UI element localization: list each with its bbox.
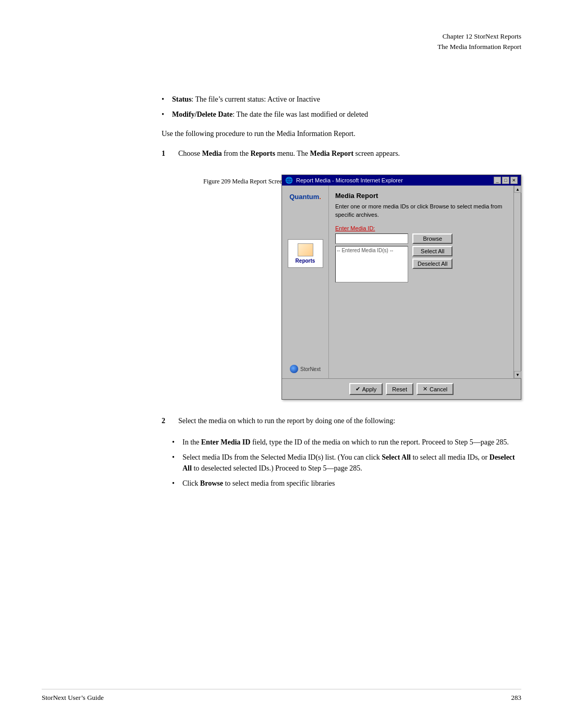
- cancel-button[interactable]: ✕ Cancel: [417, 383, 454, 395]
- close-button[interactable]: ✕: [510, 177, 518, 184]
- form-desc: Enter one or more media IDs or click Bro…: [335, 203, 507, 219]
- sub-bullet-2: Select media IDs from the Selected Media…: [172, 452, 521, 474]
- maximize-button[interactable]: □: [502, 177, 509, 184]
- media-id-label: Enter Media ID:: [335, 225, 507, 231]
- modify-delete-text: : The date the file was last modified or…: [232, 110, 368, 118]
- scroll-down[interactable]: ▼: [514, 371, 521, 378]
- status-label: Status: [172, 95, 191, 103]
- footer-right: 283: [511, 694, 522, 702]
- scroll-up[interactable]: ▲: [514, 186, 521, 193]
- apply-button[interactable]: ✔ Apply: [349, 383, 383, 395]
- browser-window: 🌐 Report Media - Microsoft Internet Expl…: [282, 175, 521, 400]
- quantum-logo: Quantum.: [287, 191, 323, 203]
- step1-text: Choose Media from the Reports menu. The …: [178, 148, 521, 159]
- media-list-placeholder: -- Entered Media ID(s) --: [337, 248, 393, 253]
- reset-button[interactable]: Reset: [386, 383, 413, 395]
- scrollbar[interactable]: ▲ ▼: [513, 186, 521, 378]
- browser-titlebar: 🌐 Report Media - Microsoft Internet Expl…: [282, 175, 521, 186]
- status-text: : The file’s current status: Active or I…: [191, 95, 320, 103]
- media-id-input[interactable]: [335, 233, 408, 244]
- stornext-logo: StorNext: [290, 365, 321, 373]
- browser-title: Report Media - Microsoft Internet Explor…: [296, 177, 403, 183]
- reports-label: Reports: [296, 258, 315, 264]
- step2-number: 2: [162, 415, 172, 426]
- form-title: Media Report: [335, 192, 507, 200]
- cancel-x-icon: ✕: [423, 386, 427, 392]
- reports-nav[interactable]: Reports: [288, 239, 323, 268]
- intro-text: Use the following procedure to run the M…: [162, 128, 521, 140]
- sub-bullet-3: Click Browse to select media from specif…: [172, 478, 521, 489]
- modify-delete-bullet: Modify/Delete Date: The date the file wa…: [162, 109, 521, 120]
- app-footer: ✔ Apply Reset ✕ Cancel: [282, 378, 521, 399]
- reports-icon: [298, 243, 313, 256]
- modify-delete-label: Modify/Delete Date: [172, 110, 232, 118]
- deselect-all-button[interactable]: Deselect All: [412, 258, 452, 269]
- chapter-title: Chapter 12 StorNext Reports: [437, 31, 521, 42]
- step1-number: 1: [162, 148, 172, 159]
- section-title: The Media Information Report: [437, 42, 521, 52]
- step2-text: Select the media on which to run the rep…: [178, 415, 521, 426]
- status-bullet: Status: The file’s current status: Activ…: [162, 94, 521, 105]
- browse-button[interactable]: Browse: [412, 233, 452, 244]
- footer-left: StorNext User’s Guide: [42, 694, 104, 702]
- sub-bullet-1: In the Enter Media ID field, type the ID…: [172, 437, 521, 448]
- minimize-button[interactable]: _: [494, 177, 501, 184]
- media-list-box[interactable]: -- Entered Media ID(s) --: [335, 246, 408, 282]
- apply-checkmark-icon: ✔: [356, 386, 360, 392]
- select-all-button[interactable]: Select All: [412, 246, 452, 256]
- stornext-icon: [290, 365, 298, 373]
